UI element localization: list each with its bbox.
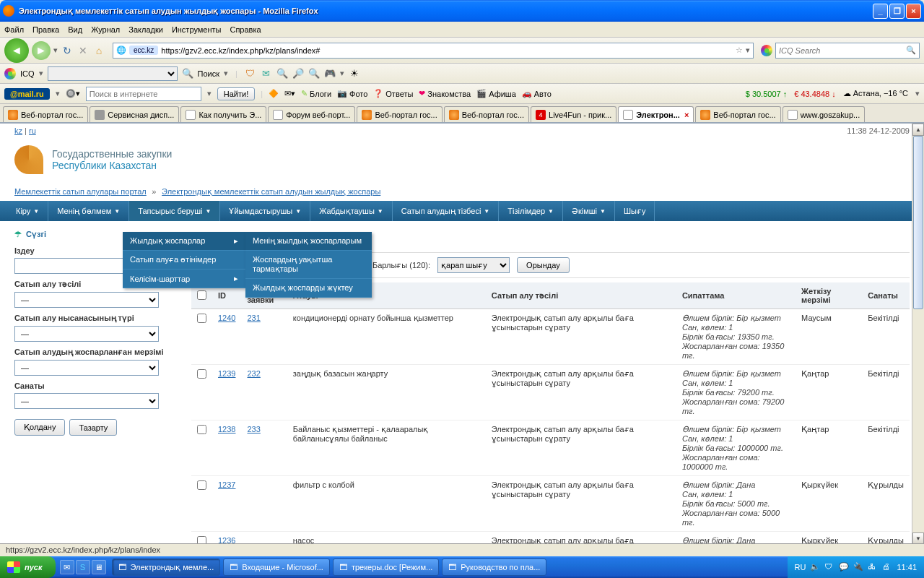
- lang-ru[interactable]: ru: [29, 126, 36, 135]
- row-id-link[interactable]: 1238: [218, 425, 235, 434]
- tray-icon-5[interactable]: 🖧: [868, 562, 878, 572]
- row-id-link[interactable]: 1239: [218, 369, 235, 378]
- taskbar-app-button[interactable]: 🗔Входящие - Microsof...: [223, 558, 330, 576]
- icq-poisk-label[interactable]: Поиск: [198, 69, 219, 78]
- star-icon[interactable]: ☆: [736, 46, 743, 55]
- window-close-button[interactable]: ×: [906, 4, 921, 19]
- icq-zoomreset-icon[interactable]: 🔍: [308, 68, 320, 79]
- row-checkbox[interactable]: [197, 369, 206, 379]
- mailru-search-engine-icon[interactable]: 🔘▾: [66, 89, 80, 98]
- vertical-scrollbar[interactable]: ▲ ▼: [912, 124, 924, 545]
- submenu-item[interactable]: Жоспардың уақытша тармақтары: [245, 251, 372, 279]
- menu-tools[interactable]: Инструменты: [172, 25, 222, 34]
- main-nav-item[interactable]: Тізілімдер▼: [499, 201, 563, 221]
- reload-icon[interactable]: ↻: [61, 44, 74, 57]
- window-maximize-button[interactable]: ❐: [889, 4, 905, 19]
- browser-tab[interactable]: Веб-портал гос...: [695, 106, 780, 122]
- url-bar[interactable]: 🌐 ecc.kz ☆ ▾: [113, 43, 754, 59]
- submenu-item[interactable]: Жылдық жоспарды жүктеу: [245, 279, 372, 298]
- mailru-search-input[interactable]: [86, 87, 201, 101]
- browser-tab[interactable]: Как получить Э...: [180, 106, 266, 122]
- back-button[interactable]: ◄: [4, 38, 29, 63]
- row-id-link[interactable]: 1240: [218, 314, 235, 322]
- close-tab-icon[interactable]: ×: [684, 111, 689, 119]
- scroll-up-arrow[interactable]: ▲: [912, 124, 924, 136]
- row-app-link[interactable]: 233: [247, 425, 260, 434]
- icq-mail-icon[interactable]: ✉: [261, 68, 272, 79]
- site-identity-icon[interactable]: 🌐: [116, 46, 126, 55]
- filter-category-select[interactable]: —: [14, 393, 159, 409]
- filter-period-select[interactable]: —: [14, 360, 159, 376]
- main-nav-item[interactable]: Шығу: [615, 201, 655, 221]
- start-button[interactable]: пуск: [0, 556, 56, 578]
- col-desc[interactable]: Сипаттама: [676, 282, 796, 309]
- row-checkbox[interactable]: [197, 480, 206, 490]
- mailru-dating[interactable]: ❤Знакомства: [419, 89, 471, 98]
- row-app-link[interactable]: 232: [247, 369, 260, 378]
- col-period[interactable]: Жеткізу мерзімі: [796, 282, 862, 309]
- menu-bookmarks[interactable]: Закладки: [128, 25, 163, 34]
- taskbar-app-button[interactable]: 🗔Руководство по пла...: [442, 558, 546, 576]
- submenu-item[interactable]: Келісім-шарттар▸: [123, 269, 245, 288]
- mailru-afisha[interactable]: 🎬Афиша: [476, 89, 516, 98]
- breadcrumb-root[interactable]: Мемлекеттік сатып алулары портал: [14, 187, 147, 196]
- menu-file[interactable]: Файл: [4, 25, 24, 34]
- url-input[interactable]: [161, 46, 733, 55]
- mailru-photo[interactable]: 📷Фото: [337, 89, 367, 98]
- browser-tab[interactable]: Веб-портал гос...: [3, 106, 88, 122]
- col-method[interactable]: Сатып алу тәсілі: [486, 282, 676, 309]
- filter-subject-select[interactable]: —: [14, 326, 159, 342]
- main-nav-item[interactable]: Әкімші▼: [563, 201, 615, 221]
- menu-history[interactable]: Журнал: [91, 25, 120, 34]
- main-nav-item[interactable]: Сатып алудың тізбесі▼: [393, 201, 500, 221]
- icq-shield-icon[interactable]: 🛡: [245, 68, 256, 79]
- menu-help[interactable]: Справка: [230, 25, 261, 34]
- select-all-checkbox[interactable]: [197, 290, 206, 300]
- icq-search-select[interactable]: [48, 66, 178, 81]
- tray-icon-1[interactable]: 🔈: [810, 562, 820, 572]
- submenu-item[interactable]: Сатып алуға өтінімдер: [123, 251, 245, 269]
- browser-tab[interactable]: 4Live4Fun - прик...: [531, 106, 616, 122]
- tray-icon-4[interactable]: 🔌: [853, 562, 863, 572]
- icq-search-icon[interactable]: 🔍: [182, 68, 193, 79]
- col-cat[interactable]: Санаты: [862, 282, 910, 309]
- taskbar-app-button[interactable]: 🗔трекеры.doc [Режим...: [333, 558, 439, 576]
- mailru-logo[interactable]: @mail.ru: [4, 88, 50, 100]
- mailru-find-button[interactable]: Найти!: [217, 87, 255, 100]
- icq-zoomout-icon[interactable]: 🔍: [276, 68, 288, 79]
- submenu-item[interactable]: Жылдық жоспарлар▸: [123, 232, 245, 251]
- mailru-blogs[interactable]: ✎Блоги: [301, 89, 331, 98]
- main-nav-item[interactable]: Тапсырыс беруші▼: [129, 201, 220, 221]
- search-icon[interactable]: 🔍: [906, 46, 916, 55]
- tray-lang[interactable]: RU: [795, 563, 806, 571]
- tray-icon-3[interactable]: 💬: [839, 562, 849, 572]
- stop-icon[interactable]: ✕: [77, 44, 90, 57]
- browser-tab[interactable]: Сервисная дисп...: [90, 106, 179, 122]
- main-nav-item[interactable]: Кіру▼: [7, 201, 48, 221]
- browser-tab[interactable]: www.goszakup...: [783, 106, 866, 122]
- browser-tab[interactable]: Форум веб-порт...: [268, 106, 355, 122]
- browser-tab[interactable]: Электрон...×: [618, 106, 694, 122]
- mailru-shield-icon[interactable]: 🔶: [269, 89, 279, 98]
- ql-desktop-icon[interactable]: 🖥: [92, 560, 106, 574]
- main-nav-item[interactable]: Менің бөлмем▼: [48, 201, 129, 221]
- mailru-answers[interactable]: ❓Ответы: [373, 89, 413, 98]
- row-checkbox[interactable]: [197, 314, 206, 323]
- lang-kz[interactable]: kz: [14, 126, 22, 135]
- main-nav-item[interactable]: Жабдықтаушы▼: [310, 201, 393, 221]
- submenu-item[interactable]: Менің жылдық жоспарларым: [245, 232, 372, 251]
- browser-tab[interactable]: Веб-портал гос...: [444, 106, 529, 122]
- scroll-thumb[interactable]: [913, 136, 923, 309]
- search-box[interactable]: 🔍: [775, 43, 920, 59]
- row-checkbox[interactable]: [197, 425, 206, 434]
- browser-tab[interactable]: Веб-портал гос...: [357, 106, 442, 122]
- tray-icon-6[interactable]: 🖨: [882, 562, 892, 572]
- filter-apply-button[interactable]: Қолдану: [14, 419, 65, 436]
- ql-skype-icon[interactable]: S: [76, 560, 90, 574]
- row-id-link[interactable]: 1237: [218, 480, 235, 489]
- bulk-action-run-2[interactable]: Орындау: [517, 257, 570, 273]
- home-icon[interactable]: ⌂: [92, 44, 105, 57]
- mailru-mail-icon[interactable]: ✉▾: [284, 89, 295, 98]
- ql-mail-icon[interactable]: ✉: [60, 560, 74, 574]
- menu-view[interactable]: Вид: [68, 25, 82, 34]
